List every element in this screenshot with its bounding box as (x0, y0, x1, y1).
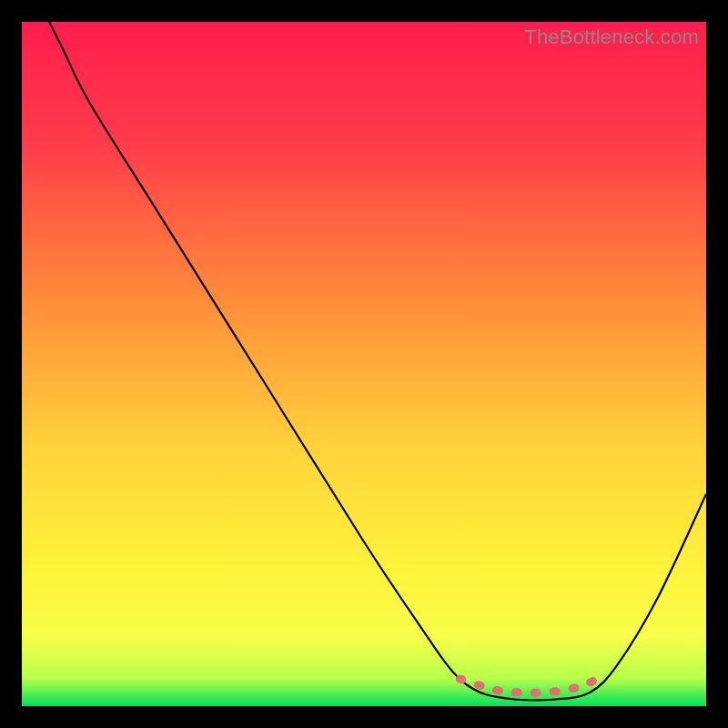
watermark-text: TheBottleneck.com (524, 25, 699, 49)
gradient-background (22, 22, 706, 706)
chart-frame: TheBottleneck.com (22, 22, 706, 706)
chart-svg (22, 22, 706, 706)
